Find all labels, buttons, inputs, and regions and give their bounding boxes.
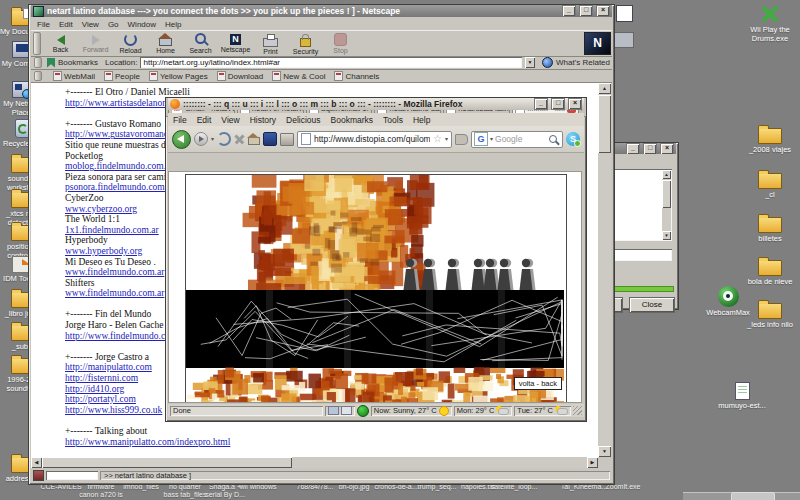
resize-grip[interactable] (573, 406, 582, 415)
desktop-icon-label[interactable]: no quarterbass tab_files (164, 483, 207, 498)
forward-button[interactable] (194, 132, 208, 146)
scroll-down-icon[interactable]: ▼ (598, 446, 611, 457)
connection-status-icon[interactable] (357, 405, 369, 417)
scroll-thumb[interactable] (42, 457, 292, 468)
ns-menu-window[interactable]: Window (128, 20, 156, 29)
ff-menu-delicious[interactable]: Delicious (286, 115, 321, 125)
personal-item-download[interactable]: Download (217, 71, 264, 81)
location-input[interactable]: http://netart.org.uy/latino/index.html#a… (140, 57, 522, 68)
personal-item-people[interactable]: People (104, 71, 140, 81)
ff-menu-bookmarks[interactable]: Bookmarks (331, 115, 374, 125)
progress-field (46, 471, 98, 480)
history-dropdown-icon[interactable]: ▾ (211, 136, 214, 142)
weather-tue-cell[interactable]: Tue: 27° C (514, 406, 571, 416)
ns-menu-file[interactable]: File (37, 20, 50, 29)
engine-dropdown-icon[interactable]: ▾ (490, 136, 493, 142)
artwork-frame: volta - back (185, 174, 567, 403)
back-button[interactable]: Back (43, 32, 78, 55)
scroll-right-icon[interactable]: ▶ (587, 457, 598, 468)
tag-icon[interactable] (455, 134, 468, 145)
location-grippy[interactable] (34, 57, 42, 68)
firefox-title-bar[interactable]: :::::::: - ::: q ::: u ::: i ::: l ::: o… (168, 98, 584, 110)
security-status-icon[interactable] (33, 470, 44, 481)
stop-icon[interactable] (234, 134, 245, 145)
extension-archive-icon[interactable] (280, 133, 294, 146)
scroll-up-icon[interactable]: ▲ (598, 83, 611, 94)
netscape-horizontal-scrollbar[interactable]: ◀ ▶ (31, 457, 598, 468)
skype-icon[interactable] (566, 132, 580, 146)
print-button[interactable]: Print (253, 32, 288, 55)
weather-now-cell[interactable]: Now: Sunny, 27° C (371, 406, 452, 416)
content-link[interactable]: http://www.manipulatto.com/indexpro.html (31, 437, 598, 448)
netscape-maximize-button[interactable]: □ (579, 5, 593, 17)
ff-menu-view[interactable]: View (221, 115, 239, 125)
ff-menu-help[interactable]: Help (413, 115, 430, 125)
home-button[interactable]: Home (148, 32, 183, 55)
firefox-app-icon (170, 99, 180, 109)
google-engine-icon[interactable] (474, 132, 488, 146)
netscape-minimize-button[interactable]: _ (562, 5, 576, 17)
security-button[interactable]: Security (288, 32, 323, 55)
extension-blue-icon[interactable] (263, 132, 277, 146)
firefox-close-button[interactable]: × (568, 98, 582, 110)
ns-menu-view[interactable]: View (82, 20, 99, 29)
reload-button[interactable]: Reload (113, 32, 148, 55)
netscape-logo-icon[interactable]: N (584, 32, 611, 55)
ns-menu-help[interactable]: Help (165, 20, 181, 29)
personal-item-channels[interactable]: Channels (334, 71, 379, 81)
dialog-close-icon[interactable]: × (660, 143, 674, 154)
firefox-maximize-button[interactable]: □ (551, 98, 565, 110)
netscape-button[interactable]: Netscape (218, 32, 253, 55)
taskbar-edge-button[interactable] (731, 492, 775, 500)
dialog-listbox-scrollbar[interactable]: ▲ ▼ (662, 170, 671, 240)
toolbar-button-label: Stop (333, 47, 347, 54)
search-placeholder[interactable]: Google (495, 134, 522, 144)
personal-grippy[interactable] (34, 71, 42, 81)
reload-icon[interactable] (217, 132, 231, 146)
search-magnifier-icon[interactable] (549, 135, 557, 143)
url-dropdown-icon[interactable]: ▾ (445, 136, 448, 142)
url-bar[interactable]: http://www.distopia.com/quilombo/ ☆ ▾ (297, 131, 452, 148)
personal-item-webmail[interactable]: WebMail (53, 71, 95, 81)
scroll-up-icon[interactable]: ▲ (662, 170, 671, 179)
ff-menu-history[interactable]: History (250, 115, 276, 125)
search-bar[interactable]: ▾ Google (471, 131, 563, 148)
home-icon[interactable] (248, 137, 260, 145)
scroll-thumb[interactable] (598, 95, 611, 153)
bookmarks-button[interactable]: Bookmarks (58, 58, 98, 67)
personal-item-new-cool[interactable]: New & Cool (272, 71, 325, 81)
personal-item-yellow-pages[interactable]: Yellow Pages (149, 71, 208, 81)
ns-menu-go[interactable]: Go (108, 20, 119, 29)
ff-menu-edit[interactable]: Edit (197, 115, 212, 125)
firefox-minimize-button[interactable]: _ (534, 98, 548, 110)
dialog-maximize-button[interactable]: □ (643, 143, 657, 154)
weather-mon-cell[interactable]: Mon: 29° C (454, 406, 513, 416)
whats-related-button[interactable]: What's Related (556, 58, 610, 67)
weather-now-text: Now: Sunny, 27° C (374, 406, 437, 416)
ff-menu-file[interactable]: File (173, 115, 187, 125)
back-button[interactable] (172, 130, 191, 149)
url-text[interactable]: http://www.distopia.com/quilombo/ (314, 134, 430, 144)
netscape-vertical-scrollbar[interactable]: ▲ ▼ (598, 83, 611, 457)
scroll-thumb[interactable] (662, 180, 671, 208)
search-button[interactable]: Search (183, 32, 218, 55)
desktop-window-icon-fragment[interactable] (612, 32, 634, 48)
artwork-canvas[interactable] (186, 175, 564, 402)
netscape-close-button[interactable]: × (596, 5, 610, 17)
scroll-left-icon[interactable]: ◀ (31, 457, 42, 468)
toolbar-grippy[interactable] (33, 32, 41, 55)
sun-cloud-icon (496, 406, 509, 415)
ff-menu-tools[interactable]: Tools (383, 115, 403, 125)
ns-menu-edit[interactable]: Edit (59, 20, 73, 29)
volta-back-button[interactable]: volta - back (514, 377, 562, 390)
netscape-title-bar[interactable]: netart latino database ---> you connect … (31, 5, 612, 17)
netscape-menu-bar: FileEditViewGoWindowHelp (31, 19, 612, 30)
bookmark-star-icon[interactable]: ☆ (433, 134, 442, 144)
desktop-file-icon-fragment[interactable] (616, 5, 633, 22)
dialog-minimize-button[interactable]: _ (626, 143, 640, 154)
scroll-down-icon[interactable]: ▼ (662, 231, 671, 240)
desktop-icon-label[interactable]: firmwarecanon a720 is (79, 483, 123, 498)
location-dropdown-icon[interactable]: ▼ (525, 57, 535, 68)
dialog-close-button[interactable]: Close (629, 297, 675, 313)
status-addon-icons[interactable] (325, 406, 355, 416)
